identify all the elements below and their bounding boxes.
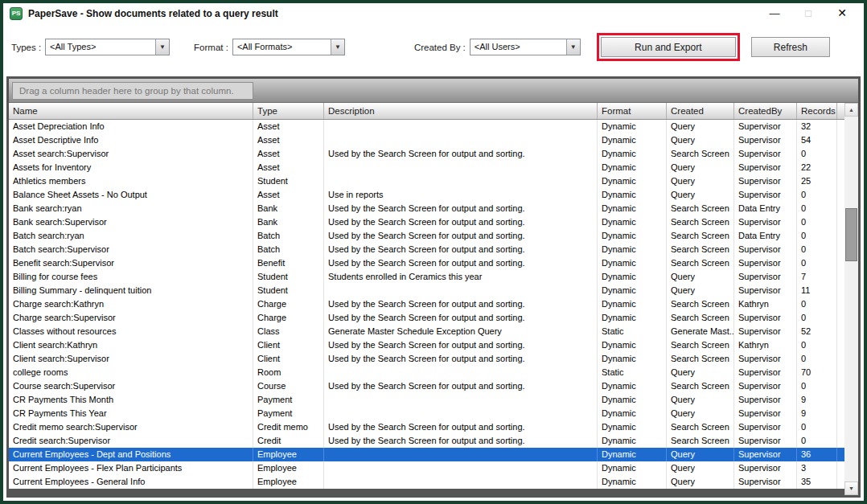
cell-type: Charge: [253, 311, 324, 325]
maximize-button[interactable]: □: [791, 3, 825, 23]
cell-created: Search Screen: [667, 202, 734, 215]
vertical-scrollbar[interactable]: ▲ ▼: [844, 103, 858, 495]
cell-type: Batch: [253, 229, 324, 243]
cell-type: Employee: [253, 448, 324, 461]
table-row[interactable]: Classes without resourcesClassGenerate M…: [9, 325, 844, 338]
table-row[interactable]: Charge search:SupervisorChargeUsed by th…: [9, 311, 844, 325]
table-row[interactable]: Current Employees - General InfoEmployee…: [9, 475, 844, 489]
cell-description: [324, 120, 598, 133]
cell-records: 0: [797, 188, 837, 202]
cell-type: Client: [253, 338, 324, 352]
column-header-description[interactable]: Description: [324, 103, 598, 119]
group-by-bar[interactable]: Drag a column header here to group by th…: [9, 79, 858, 103]
table-row[interactable]: Credit search:SupervisorCreditUsed by th…: [9, 434, 844, 448]
table-row[interactable]: Current Employees - Flex Plan Participan…: [9, 461, 844, 475]
table-row[interactable]: CR Payments This YearPaymentDynamicQuery…: [9, 407, 844, 420]
cell-records: 0: [797, 420, 837, 434]
cell-createdby: Supervisor: [734, 133, 797, 147]
cell-createdby: Supervisor: [734, 243, 797, 256]
close-button[interactable]: ✕: [825, 3, 859, 23]
table-row[interactable]: Asset search:SupervisorAssetUsed by the …: [9, 147, 844, 161]
cell-format: Dynamic: [598, 256, 667, 270]
cell-type: Charge: [253, 297, 324, 311]
cell-records: 9: [797, 393, 837, 407]
table-row[interactable]: Current Employees - Dept and PositionsEm…: [9, 448, 844, 461]
table-row[interactable]: Billing Summary - delinquent tuitionStud…: [9, 284, 844, 297]
table-row[interactable]: Asset Descriptive InfoAssetDynamicQueryS…: [9, 133, 844, 147]
cell-createdby: Kathryn: [734, 338, 797, 352]
scrollbar-thumb[interactable]: [845, 208, 857, 261]
cell-type: Payment: [253, 393, 324, 407]
table-row[interactable]: Bank search:ryanBankUsed by the Search S…: [9, 202, 844, 215]
cell-records: 7: [797, 270, 837, 284]
window-controls: — □ ✕: [758, 3, 859, 23]
grid-header-row: NameTypeDescriptionFormatCreatedCreatedB…: [9, 103, 844, 120]
table-row[interactable]: Benefit search:SupervisorBenefitUsed by …: [9, 256, 844, 270]
cell-description: Used by the Search Screen for output and…: [324, 297, 598, 311]
table-row[interactable]: Balance Sheet Assets - No OutputAssetUse…: [9, 188, 844, 202]
column-header-name[interactable]: Name: [9, 103, 253, 119]
cell-createdby: Supervisor: [734, 475, 797, 489]
filter-toolbar: Types : <All Types> ▼ Format : <All Form…: [3, 23, 864, 76]
cell-createdby: Supervisor: [734, 215, 797, 229]
cell-format: Dynamic: [598, 147, 667, 161]
cell-records: 0: [797, 147, 837, 161]
cell-description: [324, 161, 598, 174]
refresh-button[interactable]: Refresh: [751, 37, 830, 57]
cell-createdby: Supervisor: [734, 461, 797, 475]
cell-created: Search Screen: [667, 352, 734, 366]
grid-area: NameTypeDescriptionFormatCreatedCreatedB…: [9, 103, 858, 495]
types-filter-dropdown[interactable]: <All Types> ▼: [45, 39, 170, 55]
run-and-export-button[interactable]: Run and Export: [601, 37, 736, 57]
column-header-records[interactable]: Records: [797, 103, 837, 119]
cell-type: Client: [253, 352, 324, 366]
cell-records: 0: [797, 229, 837, 243]
cell-created: Query: [667, 461, 734, 475]
table-row[interactable]: Client search:SupervisorClientUsed by th…: [9, 352, 844, 366]
cell-created: Query: [667, 448, 734, 461]
column-header-format[interactable]: Format: [598, 103, 667, 119]
cell-type: Asset: [253, 120, 324, 133]
cell-records: 0: [797, 434, 837, 448]
table-row[interactable]: Assets for InventoryAssetDynamicQuerySup…: [9, 161, 844, 174]
table-row[interactable]: Asset Depreciation InfoAssetDynamicQuery…: [9, 120, 844, 133]
cell-created: Query: [667, 188, 734, 202]
column-header-createdby[interactable]: CreatedBy: [734, 103, 797, 119]
cell-type: Benefit: [253, 256, 324, 270]
cell-records: 0: [797, 379, 837, 393]
table-row[interactable]: Billing for course feesStudentStudents e…: [9, 270, 844, 284]
table-row[interactable]: Credit memo search:SupervisorCredit memo…: [9, 420, 844, 434]
scroll-up-icon[interactable]: ▲: [844, 103, 858, 117]
cell-name: Asset search:Supervisor: [9, 147, 253, 161]
cell-created: Search Screen: [667, 229, 734, 243]
cell-description: Students enrolled in Ceramics this year: [324, 270, 598, 284]
cell-description: [324, 461, 598, 475]
cell-format: Dynamic: [598, 461, 667, 475]
scroll-down-icon[interactable]: ▼: [844, 481, 858, 495]
column-header-created[interactable]: Created: [667, 103, 734, 119]
cell-created: Query: [667, 284, 734, 297]
created-by-filter-dropdown[interactable]: <All Users> ▼: [470, 39, 581, 55]
chevron-down-icon[interactable]: ▼: [566, 39, 580, 55]
table-row[interactable]: Client search:KathrynClientUsed by the S…: [9, 338, 844, 352]
format-filter-dropdown[interactable]: <All Formats> ▼: [232, 39, 345, 55]
table-row[interactable]: Course search:SupervisorCourseUsed by th…: [9, 379, 844, 393]
cell-records: 54: [797, 133, 837, 147]
table-row[interactable]: Batch search:ryanBatchUsed by the Search…: [9, 229, 844, 243]
cell-name: Credit search:Supervisor: [9, 434, 253, 448]
table-row[interactable]: college roomsRoomStaticQuerySupervisor70: [9, 366, 844, 379]
table-row[interactable]: Batch search:SupervisorBatchUsed by the …: [9, 243, 844, 256]
table-row[interactable]: CR Payments This MonthPaymentDynamicQuer…: [9, 393, 844, 407]
minimize-button[interactable]: —: [758, 3, 791, 23]
table-row[interactable]: Bank search:SupervisorBankUsed by the Se…: [9, 215, 844, 229]
cell-name: Assets for Inventory: [9, 161, 253, 174]
table-row[interactable]: Athletics membersStudentDynamicQuerySupe…: [9, 174, 844, 188]
table-row[interactable]: Charge search:KathrynChargeUsed by the S…: [9, 297, 844, 311]
cell-created: Search Screen: [667, 147, 734, 161]
column-header-type[interactable]: Type: [253, 103, 324, 119]
cell-name: Batch search:Supervisor: [9, 243, 253, 256]
cell-format: Dynamic: [598, 338, 667, 352]
chevron-down-icon[interactable]: ▼: [331, 39, 344, 55]
chevron-down-icon[interactable]: ▼: [155, 39, 169, 55]
scrollbar-track[interactable]: [844, 117, 858, 481]
